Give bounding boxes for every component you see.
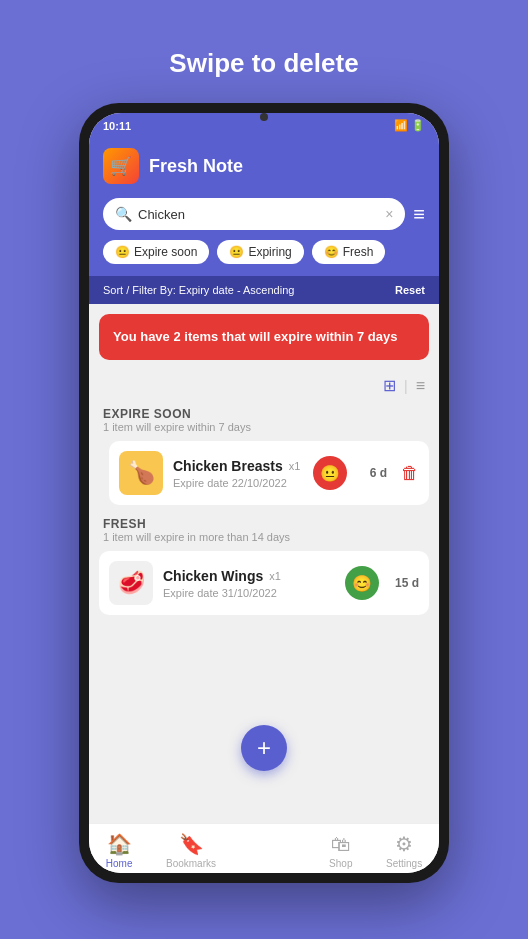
search-container: 🔍 Chicken × ≡ bbox=[89, 198, 439, 240]
app-logo: 🛒 bbox=[103, 148, 139, 184]
shop-icon: 🛍 bbox=[331, 833, 351, 856]
item-name-wings: Chicken Wings bbox=[163, 568, 263, 584]
settings-icon: ⚙ bbox=[395, 832, 413, 856]
search-icon: 🔍 bbox=[115, 206, 132, 222]
app-header: 🛒 Fresh Note bbox=[89, 138, 439, 198]
chip-expiring[interactable]: 😐 Expiring bbox=[217, 240, 303, 264]
nav-item-home[interactable]: 🏠 Home bbox=[106, 832, 133, 869]
item-badge-red: 😐 bbox=[313, 456, 347, 490]
nav-label-settings: Settings bbox=[386, 858, 422, 869]
grid-view-icon[interactable]: ⊞ bbox=[383, 376, 396, 395]
phone-frame: 10:11 📶 🔋 🛒 Fresh Note 🔍 Chicken × ≡ 😐 E… bbox=[79, 103, 449, 883]
item-name: Chicken Breasts bbox=[173, 458, 283, 474]
sort-label: Sort / Filter By: Expiry date - Ascendin… bbox=[103, 284, 294, 296]
section-title-expire-soon: EXPIRE SOON bbox=[103, 407, 425, 421]
status-time: 10:11 bbox=[103, 120, 131, 132]
item-days: 6 d bbox=[357, 466, 387, 480]
view-divider: | bbox=[404, 378, 408, 394]
chip-emoji-2: 😊 bbox=[324, 245, 339, 259]
bookmarks-icon: 🔖 bbox=[179, 832, 204, 856]
chip-emoji-1: 😐 bbox=[229, 245, 244, 259]
section-subtitle-expire-soon: 1 item will expire within 7 days bbox=[103, 421, 425, 433]
section-title-fresh: FRESH bbox=[103, 517, 425, 531]
delete-icon[interactable]: 🗑 bbox=[401, 463, 419, 484]
view-controls: ⊞ | ≡ bbox=[89, 370, 439, 401]
section-fresh: FRESH 1 item will expire in more than 14… bbox=[89, 511, 439, 545]
item-name-row: Chicken Breasts x1 bbox=[173, 458, 303, 474]
item-date: Expire date 22/10/2022 bbox=[173, 477, 303, 489]
search-clear-icon[interactable]: × bbox=[385, 206, 393, 222]
item-date-wings: Expire date 31/10/2022 bbox=[163, 587, 335, 599]
nav-label-shop: Shop bbox=[329, 858, 352, 869]
chip-fresh[interactable]: 😊 Fresh bbox=[312, 240, 386, 264]
alert-banner: You have 2 items that will expire within… bbox=[99, 314, 429, 360]
item-image-chicken-breasts: 🍗 bbox=[119, 451, 163, 495]
item-info-chicken-breasts: Chicken Breasts x1 Expire date 22/10/202… bbox=[173, 458, 303, 489]
sort-bar: Sort / Filter By: Expiry date - Ascendin… bbox=[89, 276, 439, 304]
chip-label-1: Expiring bbox=[248, 245, 291, 259]
filter-icon[interactable]: ≡ bbox=[413, 203, 425, 226]
nav-item-shop[interactable]: 🛍 Shop bbox=[329, 833, 352, 869]
phone-notch bbox=[260, 113, 268, 121]
phone-screen: 10:11 📶 🔋 🛒 Fresh Note 🔍 Chicken × ≡ 😐 E… bbox=[89, 113, 439, 873]
app-title: Fresh Note bbox=[149, 156, 243, 177]
chip-expire-soon[interactable]: 😐 Expire soon bbox=[103, 240, 209, 264]
item-count: x1 bbox=[289, 460, 301, 472]
nav-label-bookmarks: Bookmarks bbox=[166, 858, 216, 869]
list-item[interactable]: 🍗 Chicken Breasts x1 Expire date 22/10/2… bbox=[109, 441, 429, 505]
status-icon: 📶 🔋 bbox=[394, 119, 425, 132]
sort-reset-button[interactable]: Reset bbox=[395, 284, 425, 296]
fab-button[interactable]: + bbox=[241, 725, 287, 771]
nav-item-settings[interactable]: ⚙ Settings bbox=[386, 832, 422, 869]
bottom-nav: 🏠 Home 🔖 Bookmarks 🛍 Shop ⚙ Settings bbox=[89, 823, 439, 873]
chip-label-0: Expire soon bbox=[134, 245, 197, 259]
nav-label-home: Home bbox=[106, 858, 133, 869]
item-info-chicken-wings: Chicken Wings x1 Expire date 31/10/2022 bbox=[163, 568, 335, 599]
content-area: You have 2 items that will expire within… bbox=[89, 304, 439, 823]
home-icon: 🏠 bbox=[107, 832, 132, 856]
section-expire-soon: EXPIRE SOON 1 item will expire within 7 … bbox=[89, 401, 439, 435]
page-header: Swipe to delete bbox=[169, 48, 358, 79]
list-item[interactable]: 🥩 Chicken Wings x1 Expire date 31/10/202… bbox=[99, 551, 429, 615]
nav-item-bookmarks[interactable]: 🔖 Bookmarks bbox=[166, 832, 216, 869]
list-view-icon[interactable]: ≡ bbox=[416, 377, 425, 395]
search-bar[interactable]: 🔍 Chicken × bbox=[103, 198, 405, 230]
item-badge-green: 😊 bbox=[345, 566, 379, 600]
item-days-wings: 15 d bbox=[389, 576, 419, 590]
item-name-row-wings: Chicken Wings x1 bbox=[163, 568, 335, 584]
item-image-chicken-wings: 🥩 bbox=[109, 561, 153, 605]
item-count-wings: x1 bbox=[269, 570, 281, 582]
search-value[interactable]: Chicken bbox=[138, 207, 379, 222]
chips-container: 😐 Expire soon 😐 Expiring 😊 Fresh bbox=[89, 240, 439, 276]
chip-emoji-0: 😐 bbox=[115, 245, 130, 259]
chip-label-2: Fresh bbox=[343, 245, 374, 259]
section-subtitle-fresh: 1 item will expire in more than 14 days bbox=[103, 531, 425, 543]
